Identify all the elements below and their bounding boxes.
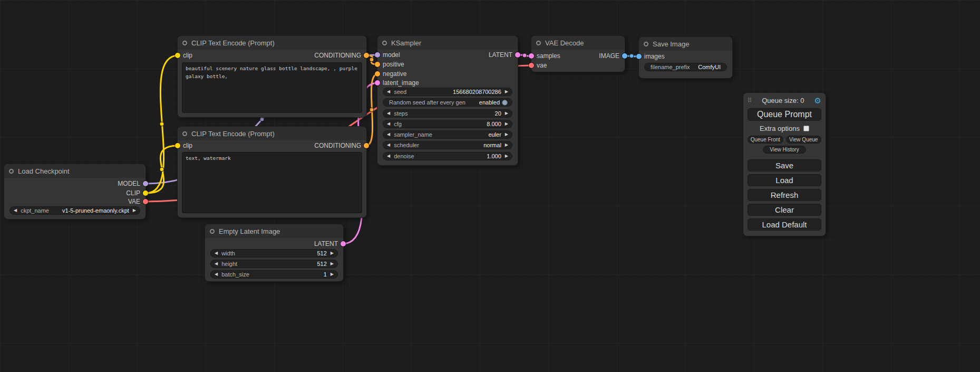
cfg-widget[interactable]: ◀ cfg 8.000 ▶ — [383, 120, 512, 128]
node-title-bar[interactable]: Empty Latent Image — [205, 224, 343, 238]
samples-input-dot[interactable] — [529, 53, 534, 59]
decrement-arrow-icon[interactable]: ◀ — [215, 272, 218, 276]
collapse-dot-icon[interactable] — [182, 41, 187, 45]
increment-arrow-icon[interactable]: ▶ — [505, 111, 508, 116]
slot-label: negative — [383, 70, 406, 78]
node-ksampler[interactable]: KSampler model positive negative latent_… — [377, 36, 518, 165]
prompt-textarea[interactable]: text, watermark — [182, 152, 362, 213]
increment-arrow-icon[interactable]: ▶ — [331, 262, 334, 266]
width-widget[interactable]: ◀ width 512 ▶ — [210, 249, 338, 257]
decrement-arrow-icon[interactable]: ◀ — [14, 208, 17, 213]
clip-output-dot[interactable] — [143, 190, 148, 196]
collapse-dot-icon[interactable] — [536, 41, 541, 45]
model-input-dot[interactable] — [375, 52, 380, 58]
collapse-dot-icon[interactable] — [210, 229, 215, 234]
decrement-arrow-icon[interactable]: ◀ — [387, 143, 390, 147]
node-title-bar[interactable]: VAE Decode — [531, 36, 625, 50]
refresh-button[interactable]: Refresh — [748, 189, 821, 201]
ckpt-name-widget[interactable]: ◀ ckpt_name v1-5-pruned-emaonly.ckpt ▶ — [9, 206, 140, 215]
extra-options-checkbox[interactable] — [803, 126, 809, 131]
vae-input-dot[interactable] — [529, 63, 534, 68]
increment-arrow-icon[interactable]: ▶ — [133, 208, 136, 213]
conditioning-output-dot[interactable] — [364, 143, 369, 148]
collapse-dot-icon[interactable] — [382, 41, 387, 45]
wire-latent-output-midpoint-dot — [522, 53, 527, 58]
queue-front-button[interactable]: Queue Front — [748, 136, 783, 144]
increment-arrow-icon[interactable]: ▶ — [331, 272, 334, 276]
widget-value: 1.000 — [487, 153, 501, 159]
increment-arrow-icon[interactable]: ▶ — [505, 132, 508, 137]
node-title-bar[interactable]: CLIP Text Encode (Prompt) — [178, 127, 366, 140]
increment-arrow-icon[interactable]: ▶ — [505, 90, 508, 94]
model-output-dot[interactable] — [143, 181, 148, 186]
clear-button[interactable]: Clear — [748, 204, 821, 216]
increment-arrow-icon[interactable]: ▶ — [331, 251, 334, 255]
decrement-arrow-icon[interactable]: ◀ — [387, 132, 390, 137]
save-button[interactable]: Save — [748, 159, 821, 171]
decrement-arrow-icon[interactable]: ◀ — [387, 154, 390, 158]
wire-model-midpoint-dot — [260, 117, 264, 121]
sampler-name-widget[interactable]: ◀ sampler_name euler ▶ — [383, 130, 512, 139]
decrement-arrow-icon[interactable]: ◀ — [387, 111, 390, 116]
image-output-dot[interactable] — [622, 53, 627, 59]
negative-input-dot[interactable] — [375, 71, 380, 77]
decrement-arrow-icon[interactable]: ◀ — [215, 251, 218, 255]
decrement-arrow-icon[interactable]: ◀ — [215, 262, 218, 266]
prompt-textarea[interactable]: beautiful scenery nature glass bottle la… — [182, 62, 362, 113]
increment-arrow-icon[interactable]: ▶ — [505, 154, 508, 158]
node-title-bar[interactable]: Save Image — [639, 37, 732, 51]
batch-size-widget[interactable]: ◀ batch_size 1 ▶ — [210, 270, 338, 279]
increment-arrow-icon[interactable]: ▶ — [505, 143, 508, 147]
latent-output-dot[interactable] — [515, 52, 520, 58]
node-save-image[interactable]: Save Image images filename_prefix ComfyU… — [639, 37, 732, 78]
collapse-dot-icon[interactable] — [9, 169, 14, 174]
clip-input-dot[interactable] — [175, 53, 180, 58]
node-clip-text-encode-negative[interactable]: CLIP Text Encode (Prompt) clip CONDITION… — [178, 127, 366, 217]
slot-label: LATENT — [489, 51, 512, 59]
steps-widget[interactable]: ◀ steps 20 ▶ — [383, 109, 512, 118]
settings-gear-icon[interactable]: ⚙ — [814, 97, 821, 104]
node-title-bar[interactable]: Load Checkpoint — [4, 164, 145, 178]
widget-label: steps — [394, 110, 407, 117]
positive-input-dot[interactable] — [375, 62, 380, 67]
node-vae-decode[interactable]: VAE Decode samples vae IMAGE — [531, 36, 625, 72]
images-input-dot[interactable] — [636, 54, 642, 59]
filename-prefix-widget[interactable]: filename_prefix ComfyUI — [644, 63, 727, 71]
view-queue-button[interactable]: View Queue — [786, 136, 822, 144]
increment-arrow-icon[interactable]: ▶ — [505, 122, 508, 126]
load-button[interactable]: Load — [748, 174, 821, 186]
slot-label: CONDITIONING — [314, 142, 361, 149]
latent-output-dot[interactable] — [341, 241, 346, 246]
node-graph-canvas[interactable]: Load Checkpoint MODEL CLIP VAE ◀ ckpt_na… — [0, 0, 980, 372]
input-slot-model: model — [375, 52, 400, 58]
node-empty-latent-image[interactable]: Empty Latent Image LATENT ◀ width 512 ▶ … — [205, 224, 343, 281]
random-seed-widget[interactable]: Random seed after every gen enabled — [383, 98, 512, 107]
node-clip-text-encode-positive[interactable]: CLIP Text Encode (Prompt) clip CONDITION… — [178, 36, 366, 117]
wire-clip-negative-midpoint-dot — [160, 167, 164, 171]
widget-label: scheduler — [394, 142, 419, 148]
scheduler-widget[interactable]: ◀ scheduler normal ▶ — [383, 141, 512, 149]
node-load-checkpoint[interactable]: Load Checkpoint MODEL CLIP VAE ◀ ckpt_na… — [4, 164, 145, 219]
queue-prompt-button[interactable]: Queue Prompt — [748, 108, 821, 121]
decrement-arrow-icon[interactable]: ◀ — [387, 122, 390, 126]
clip-input-dot[interactable] — [175, 143, 180, 148]
widget-value: normal — [483, 142, 501, 148]
height-widget[interactable]: ◀ height 512 ▶ — [210, 260, 338, 268]
drag-handle-icon[interactable]: ⠿ — [748, 97, 752, 104]
collapse-dot-icon[interactable] — [182, 131, 187, 136]
node-title-bar[interactable]: CLIP Text Encode (Prompt) — [178, 36, 366, 50]
latent-image-input-dot[interactable] — [375, 80, 380, 85]
denoise-widget[interactable]: ◀ denoise 1.000 ▶ — [383, 152, 512, 160]
load-default-button[interactable]: Load Default — [748, 218, 821, 231]
decrement-arrow-icon[interactable]: ◀ — [387, 90, 390, 94]
node-title-bar[interactable]: KSampler — [377, 36, 518, 50]
random-seed-toggle[interactable] — [502, 100, 508, 106]
seed-widget[interactable]: ◀ seed 156680208700286 ▶ — [383, 88, 512, 96]
widget-label: height — [221, 261, 237, 267]
output-slot-image: IMAGE — [599, 53, 627, 59]
view-history-button[interactable]: View History — [763, 146, 806, 154]
vae-output-dot[interactable] — [143, 199, 148, 204]
collapse-dot-icon[interactable] — [644, 42, 648, 46]
output-slot-clip: CLIP — [126, 190, 148, 196]
conditioning-output-dot[interactable] — [364, 53, 369, 58]
